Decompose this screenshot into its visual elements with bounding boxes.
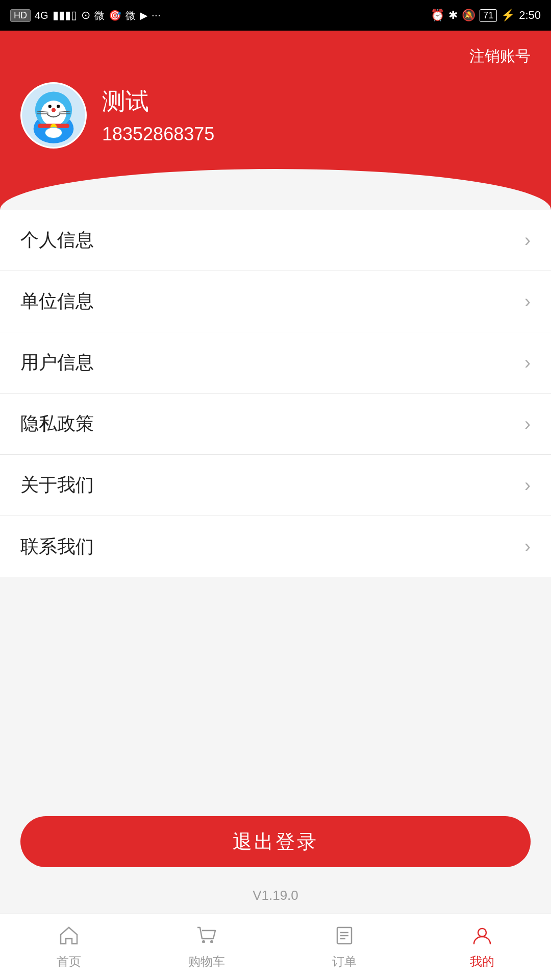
app-icon-2: 微 (126, 9, 136, 22)
nav-item-mine[interactable]: 我的 (413, 914, 551, 980)
avatar-image (22, 84, 85, 147)
status-bar-right: ⏰ ✱ 🔕 71 ⚡ 2:50 (431, 9, 541, 22)
header-curve-decoration (0, 169, 551, 210)
weibo-icon: 微 (94, 9, 105, 22)
logout-button[interactable]: 退出登录 (20, 816, 531, 867)
home-icon (58, 924, 80, 950)
svg-point-17 (202, 940, 205, 943)
app-icon-3: ▶ (140, 9, 147, 21)
nav-item-orders[interactable]: 订单 (276, 914, 413, 980)
orders-icon (333, 924, 356, 950)
status-bar-left: HD 4G ▮▮▮▯ ⊙ 微 🎯 微 ▶ ··· (10, 9, 161, 22)
svg-point-3 (41, 101, 66, 126)
chevron-right-icon: › (524, 230, 531, 251)
network-icon: 4G (35, 10, 48, 21)
more-icon: ··· (152, 9, 161, 22)
menu-section: 个人信息 › 单位信息 › 用户信息 › 隐私政策 › 关于我们 › 联系我们 … (0, 210, 551, 577)
wifi-icon: ⊙ (81, 9, 90, 22)
menu-item-about-us[interactable]: 关于我们 › (0, 455, 551, 516)
menu-item-contact-us[interactable]: 联系我们 › (0, 516, 551, 577)
chevron-right-icon: › (524, 291, 531, 312)
menu-item-user-info[interactable]: 用户信息 › (0, 332, 551, 394)
menu-item-personal-info[interactable]: 个人信息 › (0, 210, 551, 271)
menu-item-privacy-policy[interactable]: 隐私政策 › (0, 394, 551, 455)
version-text: V1.19.0 (0, 877, 551, 914)
svg-point-18 (210, 940, 213, 943)
battery-level: 71 (480, 9, 497, 22)
cart-icon (195, 924, 218, 950)
header-top-bar: 注销账号 (0, 31, 551, 77)
nav-item-home[interactable]: 首页 (0, 914, 138, 980)
profile-info: 测试 18352868375 (102, 86, 214, 145)
mine-icon (471, 924, 493, 950)
svg-point-6 (48, 105, 52, 108)
bluetooth-icon: ✱ (448, 9, 458, 22)
deregister-button[interactable]: 注销账号 (469, 46, 531, 67)
charging-icon: ⚡ (501, 9, 515, 22)
profile-phone: 18352868375 (102, 124, 214, 145)
menu-item-unit-info[interactable]: 单位信息 › (0, 271, 551, 332)
profile-header: 注销账号 (0, 31, 551, 210)
menu-item-about-us-label: 关于我们 (20, 473, 94, 498)
svg-point-23 (478, 928, 486, 937)
menu-item-user-info-label: 用户信息 (20, 350, 94, 375)
profile-area: 测试 18352868375 (0, 77, 551, 169)
avatar (20, 82, 87, 149)
chevron-right-icon: › (524, 352, 531, 374)
menu-item-privacy-policy-label: 隐私政策 (20, 411, 94, 436)
svg-point-16 (45, 128, 62, 138)
mute-icon: 🔕 (462, 9, 475, 22)
profile-name: 测试 (102, 86, 214, 117)
main-content: 注销账号 (0, 31, 551, 914)
chevron-right-icon: › (524, 413, 531, 435)
app-icon-1: 🎯 (109, 9, 121, 21)
status-bar: HD 4G ▮▮▮▯ ⊙ 微 🎯 微 ▶ ··· ⏰ ✱ 🔕 71 ⚡ 2:50 (0, 0, 551, 31)
nav-label-home: 首页 (57, 953, 81, 970)
nav-label-orders: 订单 (332, 953, 357, 970)
logout-area: 退出登录 (0, 796, 551, 877)
alarm-icon: ⏰ (431, 9, 444, 22)
nav-item-cart[interactable]: 购物车 (138, 914, 276, 980)
nav-label-mine: 我的 (470, 953, 494, 970)
chevron-right-icon: › (524, 536, 531, 557)
chevron-right-icon: › (524, 475, 531, 496)
content-spacer (0, 577, 551, 796)
hd-badge: HD (10, 9, 31, 22)
nav-label-cart: 购物车 (188, 953, 225, 970)
time-display: 2:50 (519, 9, 541, 22)
signal-icon: ▮▮▮▯ (53, 9, 77, 22)
svg-point-8 (52, 108, 56, 112)
menu-item-unit-info-label: 单位信息 (20, 289, 94, 314)
menu-item-contact-us-label: 联系我们 (20, 534, 94, 559)
bottom-nav: 首页 购物车 订单 我的 (0, 914, 551, 980)
svg-point-7 (57, 105, 60, 108)
menu-item-personal-info-label: 个人信息 (20, 228, 94, 253)
